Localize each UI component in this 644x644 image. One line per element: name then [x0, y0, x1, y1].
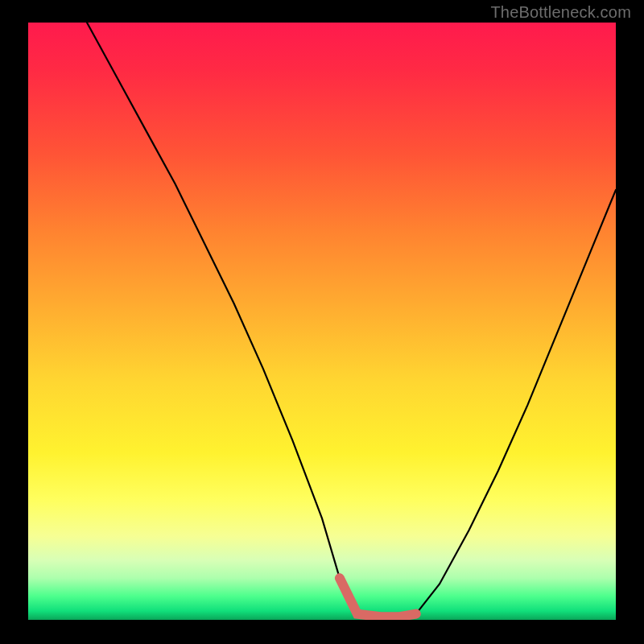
chart-frame: TheBottleneck.com	[0, 0, 644, 644]
valley-marker	[340, 578, 416, 617]
bottleneck-curve	[87, 23, 616, 620]
attribution-watermark: TheBottleneck.com	[490, 3, 631, 22]
curve-overlay	[28, 23, 616, 620]
plot-area	[28, 23, 616, 620]
